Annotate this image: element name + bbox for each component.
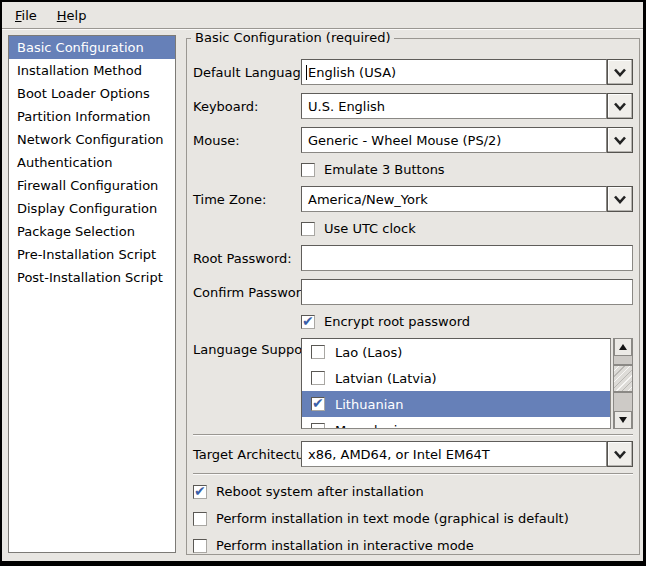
default-language-value: English (USA) (308, 65, 396, 80)
chevron-down-icon (613, 102, 627, 111)
text-cursor (306, 65, 307, 80)
checkbox-icon[interactable] (311, 371, 325, 385)
keyboard-combo: U.S. English (301, 93, 633, 119)
basic-configuration-frame: Basic Configuration (required) Default L… (186, 38, 640, 555)
checkbox-icon[interactable] (311, 423, 325, 429)
scroll-up-button[interactable] (614, 339, 632, 356)
checkbox-icon (301, 315, 315, 329)
sidebar-item-package-selection[interactable]: Package Selection (9, 220, 175, 243)
root-password-label: Root Password: (193, 251, 301, 266)
checkbox-icon (193, 485, 207, 499)
chevron-down-icon (613, 68, 627, 77)
language-item-label: Lithuanian (335, 397, 403, 412)
sidebar-item-pre-installation-script[interactable]: Pre-Installation Script (9, 243, 175, 266)
sidebar-item-post-installation-script[interactable]: Post-Installation Script (9, 266, 175, 289)
mouse-combo: Generic - Wheel Mouse (PS/2) (301, 127, 633, 153)
time-zone-dropdown-button[interactable] (607, 186, 633, 212)
time-zone-value: America/New_York (305, 192, 428, 207)
mouse-row: Mouse: Generic - Wheel Mouse (PS/2) (193, 127, 633, 153)
target-architecture-dropdown-button[interactable] (607, 441, 633, 467)
root-password-row: Root Password: (193, 245, 633, 271)
frame-title: Basic Configuration (required) (191, 30, 394, 45)
language-item-macedonian[interactable]: Macedonian (302, 417, 610, 429)
default-language-dropdown-button[interactable] (607, 59, 633, 85)
arrow-down-icon (619, 417, 627, 423)
menu-item-help[interactable]: Help (48, 5, 96, 26)
separator (193, 434, 633, 436)
emulate-3-buttons-label: Emulate 3 Buttons (324, 162, 445, 177)
target-architecture-entry[interactable]: x86, AMD64, or Intel EM64T (301, 441, 607, 467)
language-support-list: Lao (Laos)Latvian (Latvia)LithuanianMace… (301, 338, 611, 429)
root-password-field[interactable] (301, 245, 633, 271)
default-language-entry[interactable]: English (USA) (301, 59, 607, 85)
language-item-label: Latvian (Latvia) (335, 371, 437, 386)
mouse-value: Generic - Wheel Mouse (PS/2) (305, 133, 501, 148)
time-zone-entry[interactable]: America/New_York (301, 186, 607, 212)
default-language-label: Default Language: (193, 65, 301, 80)
keyboard-value: U.S. English (305, 99, 385, 114)
menu-item-file[interactable]: File (6, 5, 46, 26)
keyboard-entry[interactable]: U.S. English (301, 93, 607, 119)
sidebar-list: Basic ConfigurationInstallation MethodBo… (8, 35, 176, 553)
checkbox-icon[interactable] (311, 345, 325, 359)
sidebar-item-firewall-configuration[interactable]: Firewall Configuration (9, 174, 175, 197)
target-architecture-label: Target Architecture: (193, 447, 301, 462)
interactive-mode-install-label: Perform installation in interactive mode (216, 538, 474, 553)
list-scrollbar[interactable] (613, 338, 633, 429)
encrypt-root-password-label: Encrypt root password (324, 314, 470, 329)
sidebar-item-partition-information[interactable]: Partition Information (9, 105, 175, 128)
keyboard-label: Keyboard: (193, 99, 301, 114)
target-architecture-combo: x86, AMD64, or Intel EM64T (301, 441, 633, 467)
text-mode-install-checkbox[interactable]: Perform installation in text mode (graph… (193, 511, 633, 526)
language-support-row: Language Support: Lao (Laos)Latvian (Lat… (193, 338, 633, 429)
use-utc-clock-checkbox[interactable]: Use UTC clock (301, 221, 633, 236)
checkbox-icon (193, 539, 207, 553)
language-item-label: Lao (Laos) (335, 345, 402, 360)
language-support-listbox: Lao (Laos)Latvian (Latvia)LithuanianMace… (301, 338, 633, 429)
confirm-password-row: Confirm Password: (193, 279, 633, 305)
use-utc-clock-label: Use UTC clock (324, 221, 416, 236)
encrypt-root-password-checkbox[interactable]: Encrypt root password (301, 314, 633, 329)
time-zone-row: Time Zone: America/New_York (193, 186, 633, 212)
sidebar-item-basic-configuration[interactable]: Basic Configuration (9, 36, 175, 59)
text-mode-install-label: Perform installation in text mode (graph… (216, 511, 569, 526)
time-zone-label: Time Zone: (193, 192, 301, 207)
keyboard-dropdown-button[interactable] (607, 93, 633, 119)
sidebar-item-boot-loader-options[interactable]: Boot Loader Options (9, 82, 175, 105)
checkbox-icon[interactable] (311, 397, 325, 411)
language-item-latvian-latvia[interactable]: Latvian (Latvia) (302, 365, 610, 391)
mouse-dropdown-button[interactable] (607, 127, 633, 153)
checkbox-icon (193, 512, 207, 526)
reboot-after-install-label: Reboot system after installation (216, 484, 424, 499)
keyboard-row: Keyboard: U.S. English (193, 93, 633, 119)
chevron-down-icon (613, 136, 627, 145)
checkbox-icon (301, 163, 315, 177)
checkbox-icon (301, 222, 315, 236)
sidebar-item-authentication[interactable]: Authentication (9, 151, 175, 174)
confirm-password-field[interactable] (301, 279, 633, 305)
target-architecture-value: x86, AMD64, or Intel EM64T (305, 447, 490, 462)
time-zone-combo: America/New_York (301, 186, 633, 212)
sidebar-item-network-configuration[interactable]: Network Configuration (9, 128, 175, 151)
mouse-entry[interactable]: Generic - Wheel Mouse (PS/2) (301, 127, 607, 153)
language-item-lao-laos[interactable]: Lao (Laos) (302, 339, 610, 365)
reboot-after-install-checkbox[interactable]: Reboot system after installation (193, 484, 633, 499)
language-support-label: Language Support: (193, 338, 301, 357)
scroll-down-button[interactable] (614, 411, 632, 428)
confirm-password-label: Confirm Password: (193, 285, 301, 300)
emulate-3-buttons-checkbox[interactable]: Emulate 3 Buttons (301, 162, 633, 177)
interactive-mode-install-checkbox[interactable]: Perform installation in interactive mode (193, 538, 633, 553)
chevron-down-icon (613, 450, 627, 459)
chevron-down-icon (613, 195, 627, 204)
sidebar-item-display-configuration[interactable]: Display Configuration (9, 197, 175, 220)
separator (193, 473, 633, 475)
menu-bar: FileHelp (2, 2, 643, 29)
arrow-up-icon (619, 344, 627, 350)
kickstart-configurator-window: FileHelp Basic ConfigurationInstallation… (0, 0, 646, 566)
language-item-lithuanian[interactable]: Lithuanian (302, 391, 610, 417)
default-language-row: Default Language: English (USA) (193, 59, 633, 85)
content-area: Basic ConfigurationInstallation MethodBo… (2, 29, 643, 561)
default-language-combo: English (USA) (301, 59, 633, 85)
scrollbar-thumb[interactable] (614, 365, 632, 392)
sidebar-item-installation-method[interactable]: Installation Method (9, 59, 175, 82)
